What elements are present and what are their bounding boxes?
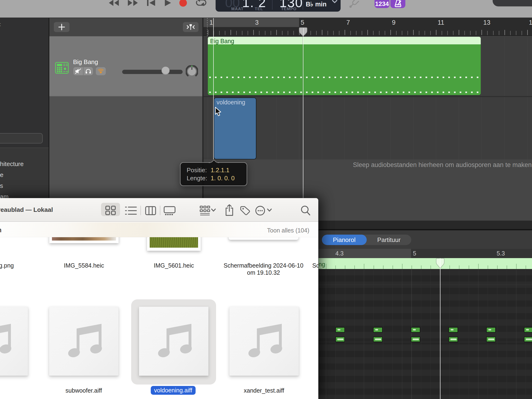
input-monitor-button[interactable] — [96, 67, 106, 75]
volume-slider-knob[interactable] — [162, 67, 170, 75]
ruler-cycle-zone[interactable] — [203, 18, 299, 27]
midi-note[interactable] — [449, 327, 458, 333]
grid-vline — [412, 269, 412, 399]
file-label[interactable]: IMG_5601.heic — [154, 262, 194, 269]
playhead-line[interactable] — [303, 28, 303, 221]
track-lanes[interactable]: Big Bang voldoening — [203, 37, 532, 159]
group-by-icon[interactable] — [200, 206, 210, 216]
piano-roll-grid[interactable] — [318, 269, 532, 399]
midi-note[interactable] — [411, 337, 420, 342]
master-volume-pill[interactable] — [493, 0, 532, 6]
ruler-tick — [293, 31, 294, 35]
tooltip-length-value: 1. 0. 0. 0 — [211, 175, 234, 182]
library-item[interactable]: s — [0, 182, 3, 190]
strip-tick — [526, 266, 526, 269]
tuning-fork-icon[interactable] — [348, 0, 360, 10]
file-label[interactable]: Sch — [312, 262, 318, 269]
midi-note[interactable] — [449, 337, 458, 342]
library-item[interactable]: am — [0, 193, 9, 198]
midi-note[interactable] — [524, 337, 532, 342]
file-label[interactable]: Schermafbeelding 2024-06-10 — [224, 262, 303, 269]
track-header-row[interactable]: Big Bang — [49, 36, 202, 96]
strip-tick — [497, 266, 498, 269]
midi-note[interactable] — [411, 327, 420, 333]
mute-button[interactable] — [73, 67, 83, 75]
midi-region-big-bang[interactable]: Big Bang — [208, 37, 481, 95]
file-label[interactable]: xander_test.aiff — [244, 387, 284, 394]
lcd-display[interactable]: 00 1. 2 MAAT TEL 130 TEMPO B♭ min — [215, 0, 341, 12]
grid-vline — [469, 269, 469, 399]
midi-note[interactable] — [335, 327, 345, 333]
file-label[interactable]: ng.png — [0, 262, 14, 269]
count-in-button[interactable]: 1234 — [374, 0, 389, 8]
midi-note[interactable] — [373, 327, 383, 333]
note-velocity-dash — [375, 329, 378, 330]
midi-note[interactable] — [373, 337, 383, 342]
midi-note[interactable] — [524, 327, 532, 333]
selected-file-label[interactable]: voldoening.aiff — [151, 386, 196, 395]
library-search-field[interactable] — [0, 133, 43, 144]
grid-row — [318, 319, 532, 326]
ruler-tick — [379, 31, 380, 35]
more-options-icon[interactable] — [255, 206, 265, 216]
play-button[interactable] — [160, 0, 176, 9]
ruler-tick — [271, 31, 271, 35]
strip-tick — [431, 266, 431, 269]
file-label[interactable]: IMG_5584.heic — [64, 262, 104, 269]
chevron-down-icon[interactable] — [211, 209, 216, 212]
rewind-button[interactable] — [106, 0, 121, 9]
ruler-tick — [333, 31, 334, 35]
cycle-button[interactable] — [194, 0, 209, 9]
aiff-file-icon[interactable] — [229, 307, 299, 376]
strip-tick — [335, 266, 336, 269]
volume-slider[interactable] — [122, 70, 183, 74]
solo-button[interactable] — [83, 67, 93, 75]
go-to-beginning-button[interactable] — [143, 0, 158, 9]
ruler-tick — [345, 30, 345, 35]
file-label-line2[interactable]: om 19.10.32 — [247, 269, 280, 276]
music-note-glyph — [0, 322, 11, 360]
chevron-down-icon[interactable] — [267, 209, 272, 212]
editor-tabs: PianorolPartituur — [322, 234, 411, 245]
share-icon[interactable] — [225, 204, 234, 216]
list-view-icon[interactable] — [125, 206, 137, 215]
catch-playhead-button[interactable] — [183, 22, 198, 32]
record-button[interactable] — [176, 0, 191, 9]
ruler-tick — [350, 31, 351, 35]
show-all-link[interactable]: Toon alles (104) — [267, 227, 309, 234]
aiff-file-icon[interactable] — [139, 307, 209, 376]
tab-partituur[interactable]: Partituur — [367, 234, 412, 245]
ruler-lower[interactable] — [203, 27, 532, 36]
pan-knob[interactable] — [186, 65, 198, 78]
strip-tick — [326, 264, 326, 269]
library-item[interactable]: e — [0, 171, 3, 179]
editor-region-strip[interactable]: ng — [318, 258, 532, 269]
gallery-view-icon[interactable] — [164, 206, 176, 215]
aiff-file-icon[interactable] — [49, 307, 119, 376]
bar-number: 1 — [209, 19, 213, 26]
column-view-icon[interactable] — [145, 206, 156, 215]
add-track-button[interactable] — [54, 22, 70, 32]
chevron-down-icon[interactable] — [332, 0, 337, 3]
lcd-key-value: B♭ min — [306, 0, 327, 8]
ruler-tick — [282, 31, 283, 35]
editor-playhead-line[interactable] — [440, 258, 440, 399]
midi-note[interactable] — [486, 327, 496, 333]
ruler-tick — [208, 30, 208, 35]
fast-forward-button[interactable] — [125, 0, 140, 9]
midi-note[interactable] — [335, 337, 345, 342]
ruler-tick — [236, 31, 237, 35]
tag-icon[interactable] — [240, 206, 250, 216]
editor-ruler[interactable]: 4.355.3 — [318, 249, 532, 258]
search-icon[interactable] — [300, 205, 310, 216]
tab-pianorol[interactable]: Pianorol — [322, 234, 367, 245]
ruler-upper[interactable]: 13579111315 — [203, 18, 532, 27]
editor-panel: PianorolPartituur 4.355.3 ng — [318, 221, 532, 399]
midi-note[interactable] — [486, 337, 496, 342]
ruler-tick — [516, 31, 516, 35]
file-label[interactable]: subwoofer.aiff — [65, 387, 102, 394]
aiff-file-icon[interactable] — [0, 307, 28, 376]
octave-line — [318, 285, 532, 285]
library-item[interactable]: hitecture — [0, 160, 24, 168]
metronome-button[interactable] — [390, 0, 405, 8]
